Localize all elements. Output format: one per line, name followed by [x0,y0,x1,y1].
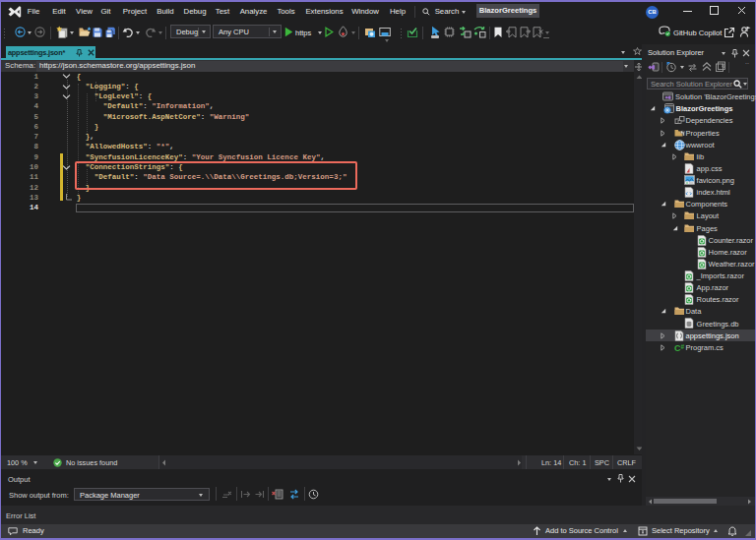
svg-text:#: # [680,343,684,350]
